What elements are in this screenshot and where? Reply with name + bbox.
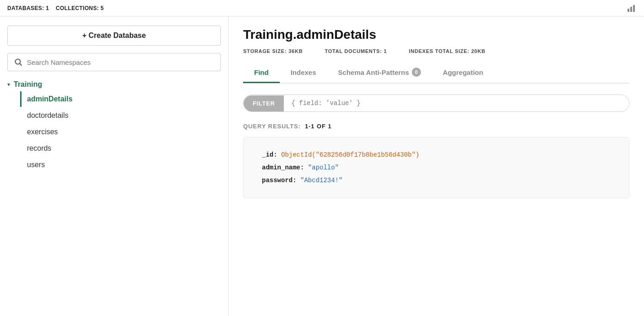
tab-aggregation[interactable]: Aggregation [432, 64, 494, 83]
total-documents-stat: TOTAL DOCUMENTS: 1 [325, 48, 387, 54]
sidebar: + Create Database ▾ Training adminDetail… [0, 16, 229, 316]
collection-item-users[interactable]: users [20, 157, 221, 173]
doc-field-password: password: "Abcd1234!" [262, 174, 611, 187]
top-bar: DATABASES: 1 COLLECTIONS: 5 [0, 0, 644, 16]
collection-item-admindetails[interactable]: adminDetails [20, 91, 221, 107]
svg-rect-1 [630, 7, 632, 12]
collection-item-records[interactable]: records [20, 141, 221, 156]
databases-count: 1 [46, 5, 49, 11]
stats-row: STORAGE SIZE: 36KB TOTAL DOCUMENTS: 1 IN… [243, 48, 629, 54]
storage-size-stat: STORAGE SIZE: 36KB [243, 48, 303, 54]
database-name-training: Training [14, 80, 42, 89]
search-icon [14, 58, 22, 66]
main-layout: + Create Database ▾ Training adminDetail… [0, 16, 644, 316]
collection-item-doctordetails[interactable]: doctordetails [20, 108, 221, 123]
tab-find[interactable]: Find [243, 64, 280, 83]
doc-field-admin-name: admin_name: "apollo" [262, 161, 611, 174]
filter-button[interactable]: FILTER [244, 95, 284, 111]
content-area: Training.adminDetails STORAGE SIZE: 36KB… [229, 16, 644, 316]
top-bar-stats: DATABASES: 1 COLLECTIONS: 5 [7, 5, 104, 11]
chart-icon[interactable] [626, 3, 637, 14]
collections-count: 5 [101, 5, 104, 11]
database-tree: ▾ Training adminDetails doctordetails ex… [7, 79, 221, 173]
databases-label: DATABASES: [7, 5, 44, 11]
chevron-down-icon: ▾ [7, 81, 10, 88]
collection-item-exercises[interactable]: exercises [20, 124, 221, 140]
filter-bar: FILTER [243, 95, 629, 112]
collections-label: COLLECTIONS: [56, 5, 99, 11]
svg-line-4 [20, 64, 22, 66]
tab-indexes[interactable]: Indexes [280, 64, 327, 83]
tab-schema[interactable]: Schema Anti-Patterns 0 [327, 63, 432, 84]
collection-title: Training.adminDetails [243, 27, 629, 42]
doc-field-id: _id: ObjectId("628256d0f17b8be1b56d430b"… [262, 148, 611, 161]
svg-rect-2 [633, 5, 635, 12]
document-card: _id: ObjectId("628256d0f17b8be1b56d430b"… [243, 137, 629, 198]
database-header-training[interactable]: ▾ Training [7, 79, 221, 90]
tabs-row: Find Indexes Schema Anti-Patterns 0 Aggr… [243, 63, 629, 84]
indexes-total-size-stat: INDEXES TOTAL SIZE: 20KB [409, 48, 486, 54]
query-results-label: QUERY RESULTS: 1-1 OF 1 [243, 123, 629, 130]
create-database-button[interactable]: + Create Database [7, 26, 221, 46]
filter-input[interactable] [284, 95, 629, 111]
search-box [7, 53, 221, 71]
collections-list: adminDetails doctordetails exercises rec… [20, 91, 221, 173]
search-namespaces-input[interactable] [27, 58, 214, 66]
schema-badge: 0 [412, 68, 421, 77]
svg-rect-0 [628, 9, 629, 12]
